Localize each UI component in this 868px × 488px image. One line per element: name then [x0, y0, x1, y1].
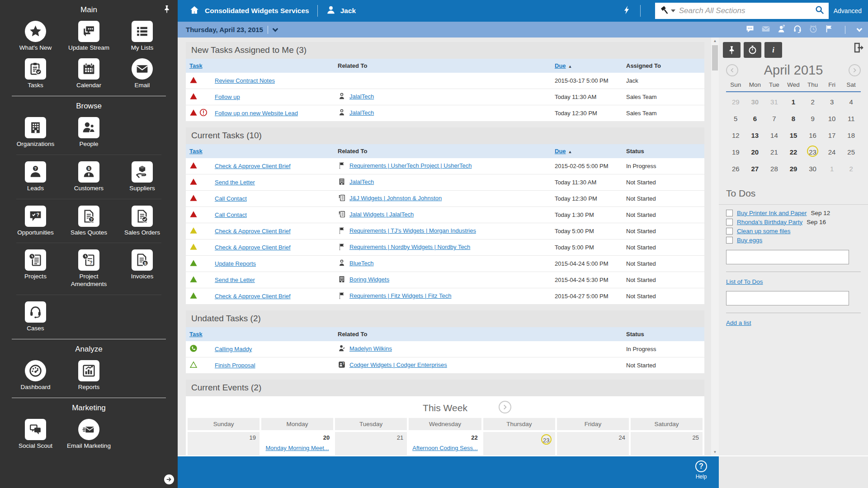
calendar-day[interactable]: 3	[822, 94, 842, 110]
calendar-day[interactable]: 5	[726, 110, 745, 127]
calendar-day[interactable]: 12	[726, 127, 745, 144]
calendar-day[interactable]: 16	[803, 127, 822, 144]
task-link[interactable]: Finish Proposal	[215, 362, 255, 369]
related-to-link[interactable]: Requirements | Nordby Widgets | Nordby T…	[349, 244, 470, 250]
search-icon[interactable]	[815, 5, 825, 17]
calendar-day[interactable]: 11	[841, 110, 861, 127]
more-chevron-down-icon[interactable]	[857, 26, 863, 32]
calendar-day[interactable]: 13	[745, 127, 765, 144]
flag-white-icon[interactable]	[825, 24, 834, 35]
related-to-link[interactable]: Requirements | Fitz Widgets | Fitz Tech	[349, 292, 451, 299]
calendar-day[interactable]: 14	[764, 127, 784, 144]
todo-checkbox[interactable]	[726, 228, 733, 235]
related-to-link[interactable]: Codger Widgets | Codger Enterprises	[349, 361, 447, 368]
todo-checkbox[interactable]	[726, 210, 733, 216]
current-user[interactable]: Jack	[340, 7, 356, 15]
sidebar-item-email-marketing[interactable]: Email Marketing	[62, 419, 116, 450]
calendar-day[interactable]: 31	[764, 94, 784, 110]
list-of-todos-link[interactable]: List of To Dos	[726, 278, 763, 285]
calendar-day[interactable]: 27	[745, 160, 765, 177]
day-cell-friday[interactable]: 24	[557, 432, 629, 455]
task-link[interactable]: Call Contact	[215, 195, 247, 202]
day-cell-monday[interactable]: 20Monday Morning Meet...	[261, 432, 333, 455]
task-link[interactable]: Follow up on new Website Lead	[215, 110, 298, 117]
scroll-up-icon[interactable]: ▲	[711, 38, 719, 44]
column-header-related-to[interactable]: Related To	[334, 327, 551, 341]
task-column-link[interactable]: Task	[189, 148, 203, 155]
calendar-day[interactable]: 8	[784, 110, 803, 127]
calendar-day[interactable]: 7	[764, 110, 784, 127]
column-header-status[interactable]: Status	[623, 327, 704, 341]
next-week-button[interactable]	[499, 401, 511, 413]
column-header-due[interactable]	[551, 327, 623, 341]
sidebar-collapse-button[interactable]	[164, 474, 174, 484]
column-header-due[interactable]: Due▲	[551, 144, 623, 158]
calendar-day[interactable]: 20	[745, 144, 765, 160]
related-to-link[interactable]: JalalTech	[349, 109, 374, 116]
calendar-next-button[interactable]	[849, 64, 861, 76]
day-cell-tuesday[interactable]: 21	[335, 432, 407, 455]
task-link[interactable]: Send the Letter	[215, 179, 255, 186]
column-header-task[interactable]: Task	[186, 327, 334, 341]
advanced-search-link[interactable]: Advanced	[834, 7, 862, 14]
calendar-day[interactable]: 2	[803, 94, 822, 110]
calendar-day[interactable]: 25	[841, 144, 861, 160]
sidebar-item-tasks[interactable]: Tasks	[9, 58, 62, 89]
day-cell-sunday[interactable]: 19	[188, 432, 259, 455]
todo-link[interactable]: Clean up some files	[737, 228, 791, 235]
date-chevron-down-icon[interactable]	[272, 26, 278, 32]
new-todo-input[interactable]	[726, 250, 849, 264]
todo-checkbox[interactable]	[726, 237, 733, 244]
sidebar-item-invoices[interactable]: $Invoices	[116, 249, 169, 288]
related-to-link[interactable]: Boring Widgets	[349, 276, 389, 283]
related-to-link[interactable]: Jalal Widgets | JalalTech	[349, 211, 414, 218]
alarm-icon[interactable]	[809, 24, 818, 35]
event-link[interactable]: Monday Morning Meet...	[265, 445, 330, 451]
related-to-link[interactable]: Requirements | UsherTech Project | Usher…	[349, 162, 472, 169]
sidebar-item-cases[interactable]: Cases	[9, 301, 62, 333]
mail-icon[interactable]	[761, 24, 770, 35]
todo-link[interactable]: Rhonda's Birthday Party	[737, 219, 802, 225]
task-column-link[interactable]: Task	[189, 331, 203, 338]
calendar-day[interactable]: 19	[726, 144, 745, 160]
calendar-day[interactable]: 1	[822, 160, 842, 177]
sidebar-item-sales-quotes[interactable]: ?Sales Quotes	[62, 206, 116, 237]
sidebar-item-projects[interactable]: Projects	[9, 249, 62, 288]
sidebar-item-customers[interactable]: $Customers	[62, 161, 116, 192]
calendar-day[interactable]: 18	[841, 127, 861, 144]
task-link[interactable]: Send the Letter	[215, 277, 255, 283]
info-button[interactable]: i	[764, 42, 782, 58]
comments-icon[interactable]	[745, 24, 755, 35]
related-to-link[interactable]: JalalTech	[349, 93, 374, 100]
sidebar-item-social-scout[interactable]: Social Scout	[9, 419, 62, 450]
calendar-day[interactable]: 22	[784, 144, 803, 160]
help-button[interactable]: ? Help	[695, 460, 707, 480]
task-column-link[interactable]: Task	[189, 62, 203, 69]
column-header-related-to[interactable]: Related To	[334, 144, 551, 158]
todo-link[interactable]: Buy eggs	[737, 237, 762, 244]
sidebar-item-my-lists[interactable]: My Lists	[116, 21, 169, 52]
calendar-prev-button[interactable]	[726, 64, 738, 76]
todo-checkbox[interactable]	[726, 219, 733, 225]
related-to-link[interactable]: J&J Widgets | Johnston & Johnston	[349, 195, 442, 202]
related-to-link[interactable]: BlueTech	[349, 260, 373, 267]
day-cell-thursday[interactable]: 23	[483, 432, 555, 455]
sidebar-item-opportunities[interactable]: ?Opportunities	[9, 206, 62, 237]
task-link[interactable]: Calling Maddy	[215, 346, 252, 352]
sidebar-item-leads[interactable]: ?Leads	[9, 161, 62, 192]
task-link[interactable]: Check & Approve Client Brief	[215, 293, 291, 300]
calendar-day[interactable]: 15	[784, 127, 803, 144]
task-link[interactable]: Check & Approve Client Brief	[215, 163, 291, 169]
calendar-day[interactable]: 2	[841, 160, 861, 177]
content-scrollbar[interactable]: ▲ ▼	[711, 38, 719, 455]
headset-icon[interactable]	[793, 24, 802, 35]
task-link[interactable]: Call Contact	[215, 211, 247, 218]
sidebar-item-dashboard[interactable]: Dashboard	[9, 360, 62, 391]
new-list-input[interactable]	[726, 291, 849, 305]
todo-link[interactable]: Buy Printer Ink and Paper	[737, 210, 807, 216]
calendar-day[interactable]: 6	[745, 110, 765, 127]
related-to-link[interactable]: Requirements | TJ's Widgets | Morgan Ind…	[349, 227, 476, 234]
calendar-day[interactable]: 10	[822, 110, 842, 127]
search-input[interactable]	[679, 6, 815, 15]
pin-sidebar-icon[interactable]	[162, 5, 171, 15]
